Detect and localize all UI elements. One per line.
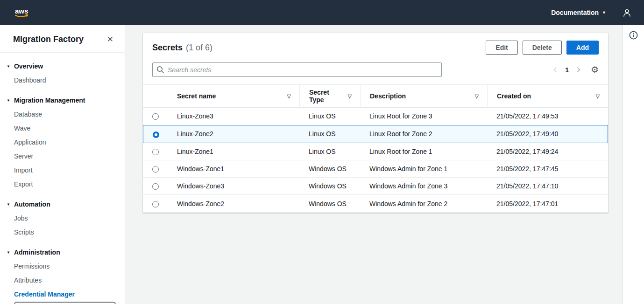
cell-secret-name: Windows-Zone3 (168, 178, 299, 195)
column-header-secret-name[interactable]: Secret name ▽ (168, 84, 299, 108)
secrets-panel: Secrets (1 of 6) Edit Delete Add (142, 33, 609, 213)
cell-secret-type: Linux OS (299, 125, 360, 143)
documentation-menu[interactable]: Documentation ▼ (551, 9, 606, 16)
sidebar-item-server[interactable]: Server (0, 149, 125, 163)
sidebar-item-permissions[interactable]: Permissions (0, 259, 125, 273)
table-row[interactable]: Windows-Zone1 Windows OS Windows Admin f… (143, 160, 608, 178)
cell-secret-name: Windows-Zone2 (168, 195, 299, 212)
cell-secret-type: Windows OS (299, 178, 360, 195)
secrets-table: Secret name ▽ Secret Type ▽ Description … (143, 84, 608, 213)
next-page-icon[interactable] (575, 66, 582, 73)
cell-secret-type: Linux OS (299, 143, 360, 160)
sidebar-item-import[interactable]: Import (0, 163, 125, 177)
documentation-menu-label: Documentation (551, 9, 599, 16)
column-header-secret-type[interactable]: Secret Type ▽ (299, 84, 360, 108)
cell-secret-name: Linux-Zone3 (168, 108, 299, 125)
add-button[interactable]: Add (566, 41, 599, 55)
column-label: Secret Type (309, 89, 345, 104)
top-navigation-bar: aws Documentation ▼ (0, 0, 644, 25)
cell-created-on: 21/05/2022, 17:47:01 (487, 195, 608, 212)
cell-created-on: 21/05/2022, 17:47:10 (487, 178, 608, 195)
search-box (152, 62, 442, 77)
sidebar-item-export[interactable]: Export (0, 177, 125, 191)
current-page[interactable]: 1 (565, 66, 569, 74)
pagination: 1 ⚙ (552, 65, 599, 74)
sidebar-item-application[interactable]: Application (0, 135, 125, 149)
filter-caret-icon[interactable]: ▽ (287, 93, 291, 99)
nav-section-header-administration[interactable]: ▼ Administration (0, 245, 125, 259)
filter-caret-icon[interactable]: ▽ (475, 93, 479, 99)
table-row[interactable]: Windows-Zone2 Windows OS Windows Admin f… (143, 195, 608, 212)
sidebar-item-database[interactable]: Database (0, 107, 125, 121)
row-radio-button[interactable] (152, 113, 159, 120)
cell-description: Linux Root for Zone 3 (360, 108, 487, 125)
column-label: Created on (497, 92, 531, 100)
search-input[interactable] (152, 62, 442, 77)
cell-created-on: 21/05/2022, 17:49:24 (487, 143, 608, 160)
table-row[interactable]: Linux-Zone3 Linux OS Linux Root for Zone… (143, 108, 608, 125)
user-menu-button[interactable] (622, 8, 632, 18)
info-icon[interactable] (629, 31, 638, 40)
page-title: Secrets (152, 43, 183, 53)
svg-text:aws: aws (15, 7, 28, 15)
nav-section-label: Automation (14, 200, 50, 208)
filter-caret-icon[interactable]: ▽ (596, 93, 600, 99)
caret-down-icon: ▼ (7, 202, 10, 207)
filter-caret-icon[interactable]: ▽ (348, 93, 352, 99)
sidebar-nav: ▼ Overview Dashboard ▼ Migration Managem… (0, 53, 125, 301)
settings-gear-icon[interactable]: ⚙ (591, 65, 599, 74)
table-row[interactable]: Windows-Zone3 Windows OS Windows Admin f… (143, 178, 608, 195)
select-column-header (143, 84, 168, 108)
nav-section-overview: ▼ Overview Dashboard (0, 59, 125, 87)
cell-secret-name: Linux-Zone1 (168, 143, 299, 160)
nav-section-label: Migration Management (14, 97, 85, 104)
sidebar-item-wave[interactable]: Wave (0, 121, 125, 135)
row-radio-button[interactable] (152, 201, 159, 207)
cell-description: Windows Admin for Zone 2 (360, 195, 487, 212)
table-row-selected[interactable]: Linux-Zone2 Linux OS Linux Root for Zone… (143, 125, 608, 143)
nav-section-migration-management: ▼ Migration Management Database Wave App… (0, 93, 125, 191)
sidebar-navigation: Migration Factory ✕ ▼ Overview Dashboard… (0, 25, 125, 304)
nav-section-administration: ▼ Administration Permissions Attributes … (0, 245, 125, 301)
cell-created-on: 21/05/2022, 17:47:45 (487, 160, 608, 178)
caret-down-icon: ▼ (7, 64, 10, 69)
sidebar-item-dashboard[interactable]: Dashboard (0, 73, 125, 87)
caret-down-icon: ▼ (7, 98, 10, 103)
column-label: Secret name (177, 92, 216, 100)
column-header-description[interactable]: Description ▽ (360, 84, 487, 108)
cell-created-on: 21/05/2022, 17:49:40 (487, 125, 608, 143)
cell-description: Linux Root for Zone 2 (360, 125, 487, 143)
edit-button[interactable]: Edit (486, 41, 517, 55)
sidebar-header: Migration Factory ✕ (0, 25, 125, 53)
column-header-created-on[interactable]: Created on ▽ (487, 84, 608, 108)
nav-section-automation: ▼ Automation Jobs Scripts (0, 197, 125, 239)
sidebar-item-credential-manager[interactable]: Credential Manager (0, 287, 125, 301)
row-radio-button[interactable] (152, 183, 159, 190)
delete-button[interactable]: Delete (523, 41, 562, 55)
sidebar-item-attributes[interactable]: Attributes (0, 273, 125, 287)
table-filter-row: 1 ⚙ (143, 56, 608, 84)
nav-section-label: Administration (14, 249, 60, 256)
aws-logo[interactable]: aws (13, 6, 35, 19)
sidebar-title: Migration Factory (13, 35, 84, 44)
nav-section-header-automation[interactable]: ▼ Automation (0, 197, 125, 211)
secrets-panel-header: Secrets (1 of 6) Edit Delete Add (143, 33, 608, 56)
caret-down-icon: ▼ (602, 10, 606, 15)
cell-description: Windows Admin for Zone 1 (360, 160, 487, 178)
row-radio-button-checked[interactable] (153, 131, 159, 138)
tools-panel-strip (622, 25, 644, 304)
cell-secret-name: Windows-Zone1 (168, 160, 299, 178)
sidebar-item-jobs[interactable]: Jobs (0, 211, 125, 225)
row-radio-button[interactable] (152, 149, 159, 155)
row-radio-button[interactable] (152, 166, 159, 173)
column-label: Description (370, 92, 406, 100)
nav-section-header-overview[interactable]: ▼ Overview (0, 59, 125, 73)
close-icon[interactable]: ✕ (107, 35, 113, 43)
nav-section-label: Overview (14, 62, 43, 70)
previous-page-icon[interactable] (552, 66, 559, 73)
cell-description: Windows Admin for Zone 3 (360, 178, 487, 195)
table-header-row: Secret name ▽ Secret Type ▽ Description … (143, 84, 608, 108)
nav-section-header-migration-management[interactable]: ▼ Migration Management (0, 93, 125, 107)
table-row[interactable]: Linux-Zone1 Linux OS Linux Root for Zone… (143, 143, 608, 160)
sidebar-item-scripts[interactable]: Scripts (0, 225, 125, 239)
